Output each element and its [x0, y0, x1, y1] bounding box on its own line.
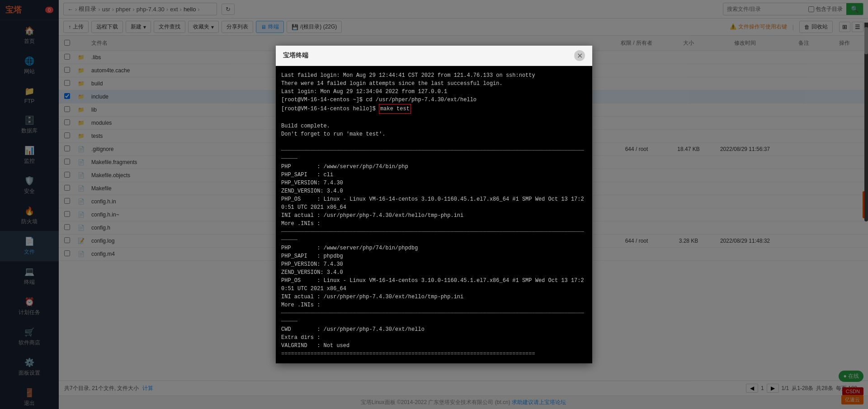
terminal-line: There were 14 failed login attempts sinc…	[281, 80, 587, 88]
terminal-line: PHP_VERSION: 7.4.30	[281, 179, 587, 187]
terminal-line	[281, 114, 587, 122]
terminal-line: ZEND_VERSION: 3.4.0	[281, 187, 587, 195]
terminal-line: Last failed login: Mon Aug 29 12:44:41 C…	[281, 71, 587, 80]
terminal-line-cmd: [root@VM-16-14-centos hello]$ make test	[281, 104, 587, 114]
modal-header: 宝塔终端 ✕	[276, 46, 592, 66]
terminal-line: VALGRIND : Not used	[281, 342, 587, 350]
terminal-line: Last login: Mon Aug 29 12:34:04 2022 fro…	[281, 88, 587, 96]
terminal-divider: ────────────────────────────────────────…	[281, 228, 587, 244]
terminal-line: PHP_SAPI : phpdbg	[281, 252, 587, 260]
terminal-line	[281, 138, 587, 146]
terminal-line: PHP : /www/server/php/74/bin/phpdbg	[281, 244, 587, 252]
terminal-modal: 宝塔终端 ✕ Last failed login: Mon Aug 29 12:…	[276, 46, 592, 363]
terminal-divider: ────────────────────────────────────────…	[281, 309, 587, 325]
terminal-line: PHP_SAPI : cli	[281, 171, 587, 179]
terminal-line: Build complete.	[281, 122, 587, 130]
terminal-line: INI actual : /usr/phper/php-7.4.30/ext/h…	[281, 293, 587, 301]
terminal-line: Extra dirs :	[281, 334, 587, 342]
modal-close-button[interactable]: ✕	[574, 50, 585, 61]
terminal-line: [root@VM-16-14-centos ~]$ cd /usr/phper/…	[281, 96, 587, 104]
terminal-line: Don't forget to run 'make test'.	[281, 130, 587, 138]
terminal-line: PHP_OS : Linux - Linux VM-16-14-centos 3…	[281, 195, 587, 212]
terminal-line: CWD : /usr/phper/php-7.4.30/ext/hello	[281, 325, 587, 334]
terminal-line: INI actual : /usr/phper/php-7.4.30/ext/h…	[281, 212, 587, 220]
terminal-line: More .INIs :	[281, 220, 587, 228]
terminal-line: PHP_OS : Linux - Linux VM-16-14-centos 3…	[281, 277, 587, 293]
modal-overlay[interactable]: 宝塔终端 ✕ Last failed login: Mon Aug 29 12:…	[0, 0, 868, 409]
modal-title: 宝塔终端	[283, 52, 308, 60]
terminal-line: PHP : /www/server/php/74/bin/php	[281, 163, 587, 171]
terminal-line: More .INIs :	[281, 301, 587, 309]
terminal-divider: ========================================…	[281, 350, 587, 358]
terminal-line: PHP_VERSION: 7.4.30	[281, 260, 587, 268]
terminal-body[interactable]: Last failed login: Mon Aug 29 12:44:41 C…	[276, 66, 592, 363]
terminal-divider: ────────────────────────────────────────…	[281, 146, 587, 163]
terminal-cmd-highlight: make test	[379, 104, 411, 114]
terminal-line: ZEND_VERSION: 3.4.0	[281, 268, 587, 277]
